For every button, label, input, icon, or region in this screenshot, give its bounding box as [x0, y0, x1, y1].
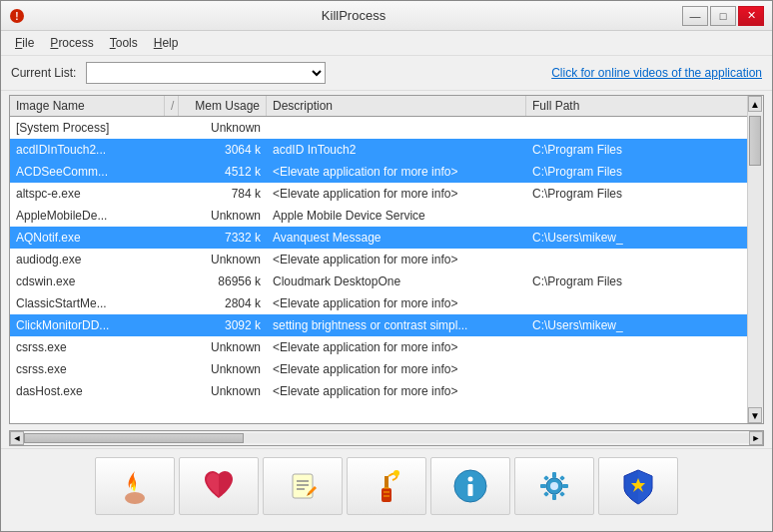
cell-desc: <Elevate application for more info>	[267, 185, 526, 203]
table-row[interactable]: AppleMobileDe... Unknown Apple Mobile De…	[10, 205, 747, 227]
menu-bar: File Process Tools Help	[1, 31, 772, 56]
cell-name: cdswin.exe	[10, 272, 165, 290]
table-row[interactable]: csrss.exe Unknown <Elevate application f…	[10, 336, 747, 358]
table-row[interactable]: audiodg.exe Unknown <Elevate application…	[10, 249, 747, 270]
scroll-down-btn[interactable]: ▼	[748, 407, 762, 423]
cell-name: altspc-e.exe	[10, 185, 165, 203]
cell-desc: Cloudmark DesktopOne	[267, 272, 526, 290]
cell-path: C:\Program Files	[526, 272, 656, 290]
cell-desc: acdID InTouch2	[267, 141, 526, 159]
svg-rect-17	[468, 484, 473, 496]
cell-sep	[165, 258, 179, 262]
cell-sep	[165, 279, 179, 283]
cell-path	[526, 389, 656, 393]
cell-sep	[165, 236, 179, 240]
scroll-h-track	[24, 433, 749, 443]
svg-rect-27	[559, 491, 565, 497]
kill-process-button[interactable]	[95, 457, 175, 515]
cell-name: ACDSeeComm...	[10, 163, 165, 181]
process-table: Image Name / Mem Usage Description Full …	[9, 95, 764, 424]
cell-desc: Apple Mobile Device Service	[267, 207, 526, 225]
shield-icon	[618, 466, 658, 506]
cell-mem: 86956 k	[179, 272, 267, 290]
scroll-h-thumb[interactable]	[24, 433, 244, 443]
window-title: KillProcess	[25, 8, 682, 23]
cell-mem: 3064 k	[179, 141, 267, 159]
svg-point-19	[550, 482, 558, 490]
cell-mem: Unknown	[179, 207, 267, 225]
cell-desc: <Elevate application for more info>	[267, 382, 526, 400]
table-row[interactable]: csrss.exe Unknown <Elevate application f…	[10, 358, 747, 380]
scroll-thumb[interactable]	[749, 116, 761, 166]
cell-mem: Unknown	[179, 360, 267, 378]
minimize-button[interactable]: —	[682, 6, 708, 26]
cell-mem: Unknown	[179, 338, 267, 356]
scroll-right-btn[interactable]: ►	[749, 431, 763, 445]
cell-name: acdIDInTouch2...	[10, 141, 165, 159]
table-row[interactable]: AQNotif.exe 7332 k Avanquest Message C:\…	[10, 227, 747, 249]
table-row[interactable]: ACDSeeComm... 4512 k <Elevate applicatio…	[10, 161, 747, 183]
cell-desc: <Elevate application for more info>	[267, 251, 526, 268]
svg-rect-9	[382, 488, 391, 502]
cell-sep	[165, 323, 179, 327]
cell-path	[526, 345, 656, 349]
maximize-button[interactable]: □	[710, 6, 736, 26]
cell-desc: setting brightness or contrast simpl...	[267, 316, 526, 334]
app-icon: !	[9, 8, 25, 24]
cell-mem: 7332 k	[179, 229, 267, 247]
cell-path	[526, 258, 656, 262]
col-header-sep[interactable]: /	[165, 96, 179, 116]
table-body: [System Process] Unknown acdIDInTouch2..…	[10, 117, 747, 420]
table-row[interactable]: dasHost.exe Unknown <Elevate application…	[10, 380, 747, 402]
favorite-button[interactable]	[179, 457, 259, 515]
online-videos-link[interactable]: Click for online videos of the applicati…	[551, 66, 762, 80]
pencil-icon	[283, 466, 323, 506]
settings-button[interactable]	[514, 457, 594, 515]
cell-name: ClickMonitorDD...	[10, 316, 165, 334]
table-row[interactable]: cdswin.exe 86956 k Cloudmark DesktopOne …	[10, 270, 747, 292]
col-header-name[interactable]: Image Name	[10, 96, 165, 116]
scrollbar-vertical[interactable]: ▲ ▼	[747, 96, 763, 423]
table-row[interactable]: ClassicStartMe... 2804 k <Elevate applic…	[10, 292, 747, 314]
kill-all-button[interactable]	[347, 457, 426, 515]
cell-path: C:\Users\mikew_	[526, 316, 656, 334]
shield-button[interactable]	[598, 457, 678, 515]
svg-text:!: !	[15, 11, 18, 22]
table-row[interactable]: ClickMonitorDD... 3092 k setting brightn…	[10, 314, 747, 336]
scroll-left-btn[interactable]: ◄	[10, 431, 24, 445]
svg-rect-23	[562, 484, 568, 488]
menu-tools[interactable]: Tools	[104, 34, 144, 52]
cell-mem: Unknown	[179, 251, 267, 268]
cell-mem: Unknown	[179, 382, 267, 400]
menu-process[interactable]: Process	[44, 34, 99, 52]
cell-sep	[165, 214, 179, 218]
cell-name: audiodg.exe	[10, 251, 165, 268]
table-row[interactable]: acdIDInTouch2... 3064 k acdID InTouch2 C…	[10, 139, 747, 161]
edit-button[interactable]	[263, 457, 343, 515]
close-button[interactable]: ✕	[738, 6, 764, 26]
info-button[interactable]	[430, 457, 510, 515]
col-header-mem[interactable]: Mem Usage	[179, 96, 267, 116]
menu-file[interactable]: File	[9, 34, 40, 52]
svg-point-2	[125, 492, 145, 504]
current-list-dropdown[interactable]	[86, 62, 326, 84]
cell-desc: <Elevate application for more info>	[267, 338, 526, 356]
table-row[interactable]: [System Process] Unknown	[10, 117, 747, 139]
scrollbar-horizontal[interactable]: ◄ ►	[9, 430, 764, 446]
table-row[interactable]: altspc-e.exe 784 k <Elevate application …	[10, 183, 747, 205]
fire-icon	[115, 466, 155, 506]
cell-desc: Avanquest Message	[267, 229, 526, 247]
menu-tools-label: Tools	[110, 36, 138, 50]
col-header-desc[interactable]: Description	[267, 96, 526, 116]
scroll-up-btn[interactable]: ▲	[748, 96, 762, 112]
bottom-toolbar	[1, 448, 772, 523]
svg-point-11	[393, 470, 399, 476]
menu-help[interactable]: Help	[148, 34, 185, 52]
col-header-path[interactable]: Full Path	[526, 96, 656, 116]
svg-rect-10	[385, 476, 388, 488]
cell-name: dasHost.exe	[10, 382, 165, 400]
cell-path: C:\Program Files	[526, 185, 656, 203]
cell-name: [System Process]	[10, 119, 165, 137]
current-list-label: Current List:	[11, 66, 76, 80]
info-icon	[450, 466, 490, 506]
